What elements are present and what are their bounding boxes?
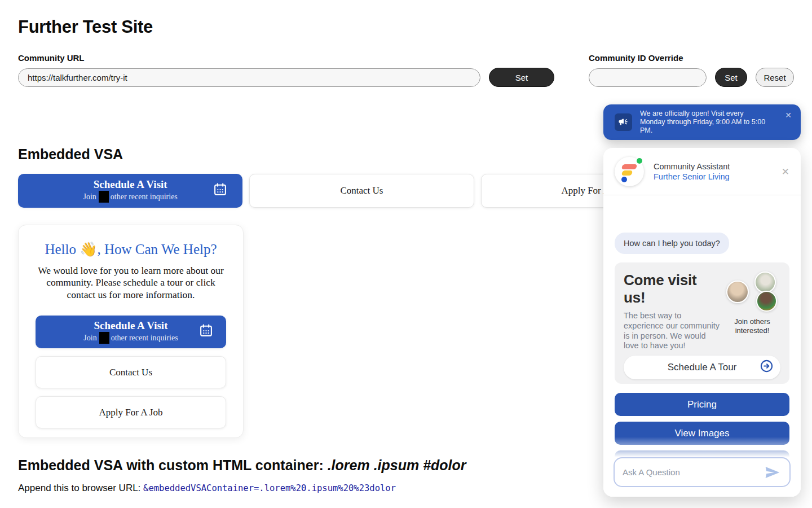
redacted-count xyxy=(99,191,109,203)
community-id-input[interactable] xyxy=(589,68,707,87)
avatars-caption: Join others interested! xyxy=(724,317,780,336)
close-icon[interactable]: ✕ xyxy=(785,111,792,120)
contact-us-button[interactable]: Contact Us xyxy=(249,174,474,208)
logo-dot-blue xyxy=(621,177,627,182)
schedule-visit-title: Schedule A Visit xyxy=(94,179,167,191)
calendar-icon xyxy=(199,323,213,340)
ask-question-input[interactable] xyxy=(623,467,761,477)
schedule-visit-button[interactable]: Schedule A Visit Joinother recent inquir… xyxy=(18,174,242,208)
visit-card-title: Come visit us! xyxy=(624,271,721,306)
megaphone-icon xyxy=(615,113,632,131)
assistant-label: Community Assistant xyxy=(654,162,730,171)
redacted-count xyxy=(99,332,109,344)
custom-container-selectors: .lorem .ipsum #dolor xyxy=(328,457,466,473)
calendar-icon xyxy=(213,182,227,199)
vsa-button-row: Schedule A Visit Joinother recent inquir… xyxy=(18,174,705,208)
community-url-input[interactable] xyxy=(18,68,480,87)
pricing-button[interactable]: Pricing xyxy=(615,393,789,416)
card-schedule-visit-button[interactable]: Schedule A Visit Joinother recent inquir… xyxy=(36,316,226,348)
avatar xyxy=(726,281,749,303)
hello-heading: Hello 👋, How Can We Help? xyxy=(36,241,226,257)
schedule-visit-subtitle: Joinother recent inquiries xyxy=(83,191,178,203)
ask-question-box xyxy=(614,457,791,487)
community-name-link[interactable]: Further Senior Living xyxy=(654,172,730,181)
avatar xyxy=(754,271,776,293)
announcement-text: We are officially open! Visit every Mond… xyxy=(640,110,769,135)
assistant-message-bubble: How can I help you today? xyxy=(615,233,729,254)
schedule-tour-button[interactable]: Schedule A Tour xyxy=(624,356,780,379)
community-url-set-button[interactable]: Set xyxy=(489,68,554,87)
online-status-dot xyxy=(637,158,642,164)
community-id-group: Community ID Override Set Reset xyxy=(589,53,794,87)
page-title: Further Test Site xyxy=(18,17,794,37)
community-id-set-button[interactable]: Set xyxy=(715,68,747,87)
community-id-label: Community ID Override xyxy=(589,53,794,63)
card-contact-us-button[interactable]: Contact Us xyxy=(36,356,226,388)
further-logo-avatar xyxy=(615,157,644,186)
announcement-banner: We are officially open! Visit every Mond… xyxy=(603,104,801,140)
arrow-circle-icon xyxy=(760,360,773,375)
card-apply-job-button[interactable]: Apply For A Job xyxy=(36,396,226,428)
close-icon[interactable]: ✕ xyxy=(782,166,789,178)
logo-bar-yellow xyxy=(621,170,633,176)
chat-body: How can I help you today? Come visit us!… xyxy=(603,195,801,474)
chat-header: Community Assistant Further Senior Livin… xyxy=(603,148,801,195)
hello-body: We would love for you to learn more abou… xyxy=(38,265,224,301)
send-icon[interactable] xyxy=(761,461,784,484)
logo-bar-red xyxy=(621,164,638,169)
chat-widget-panel: Community Assistant Further Senior Livin… xyxy=(603,148,801,497)
embedded-vsa-card: Hello 👋, How Can We Help? We would love … xyxy=(18,225,244,438)
visit-card-body: The best way to experience our community… xyxy=(624,311,721,351)
append-url-code: &embeddedVSAContainer=.lorem%20.ipsum%20… xyxy=(143,483,396,493)
community-url-group: Community URL Set xyxy=(18,53,554,87)
avatar-cluster xyxy=(726,271,778,313)
community-id-reset-button[interactable]: Reset xyxy=(756,68,794,87)
controls-row: Community URL Set Community ID Override … xyxy=(18,53,794,87)
come-visit-card: Come visit us! The best way to experienc… xyxy=(615,262,789,384)
community-url-label: Community URL xyxy=(18,53,554,63)
avatar xyxy=(756,291,777,312)
chat-footer xyxy=(603,437,801,497)
